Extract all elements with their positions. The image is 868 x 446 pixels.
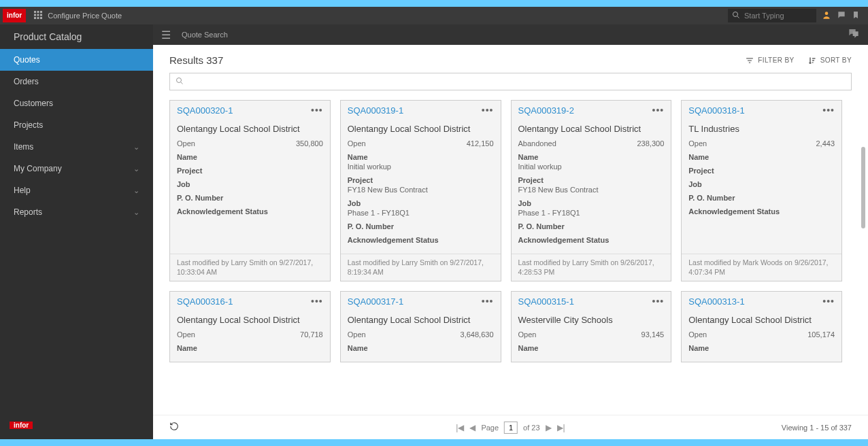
- quote-card: SQA000317-1•••Olentangy Local School Dis…: [340, 291, 501, 362]
- quote-amount: 238,300: [637, 139, 664, 148]
- label-name: Name: [348, 344, 494, 352]
- label-ack: Acknowledgement Status: [518, 236, 665, 244]
- quote-status: Open: [177, 330, 195, 339]
- sidebar-item-customers[interactable]: Customers: [0, 92, 153, 114]
- card-menu-icon[interactable]: •••: [822, 296, 835, 307]
- hamburger-icon[interactable]: ☰: [161, 29, 171, 41]
- global-search[interactable]: Start Typing: [728, 9, 816, 22]
- svg-line-10: [737, 16, 739, 18]
- scrollbar[interactable]: [861, 147, 865, 228]
- quote-id-link[interactable]: SQA000319-2: [518, 105, 574, 116]
- quote-card: SQA000316-1•••Olentangy Local School Dis…: [169, 291, 331, 362]
- svg-line-13: [181, 82, 183, 84]
- value-job: Phase 1 - FY18Q1: [348, 209, 494, 217]
- filter-by-button[interactable]: FILTER BY: [746, 56, 794, 65]
- card-menu-icon[interactable]: •••: [822, 105, 835, 116]
- card-menu-icon[interactable]: •••: [652, 105, 665, 116]
- global-search-placeholder: Start Typing: [744, 12, 784, 20]
- label-po: P. O. Number: [688, 194, 835, 202]
- bookmark-icon[interactable]: [852, 10, 860, 22]
- quote-card: SQA000313-1•••Olentangy Local School Dis…: [681, 291, 842, 362]
- quote-id-link[interactable]: SQA000317-1: [348, 296, 403, 307]
- svg-rect-6: [34, 17, 36, 19]
- card-menu-icon[interactable]: •••: [311, 296, 323, 307]
- sidebar-item-label: Quotes: [14, 55, 40, 65]
- last-modified: Last modified by Mark Woods on 9/26/2017…: [682, 254, 841, 281]
- customer-name: Olentangy Local School District: [348, 315, 494, 325]
- sidebar-item-label: Orders: [14, 77, 39, 86]
- label-ack: Acknowledgement Status: [177, 207, 323, 216]
- next-page-icon[interactable]: ▶: [546, 423, 552, 432]
- quote-status: Open: [348, 330, 366, 339]
- sidebar-item-orders[interactable]: Orders: [0, 71, 153, 92]
- sort-by-button[interactable]: SORT BY: [808, 56, 852, 65]
- results-label: Results 337: [169, 54, 223, 66]
- sidebar-item-my-company[interactable]: My Company⌄: [0, 158, 153, 179]
- chevron-down-icon: ⌄: [133, 165, 139, 173]
- svg-rect-1: [37, 11, 39, 13]
- sidebar-item-quotes[interactable]: Quotes: [0, 49, 153, 71]
- search-input[interactable]: [169, 73, 852, 90]
- quote-id-link[interactable]: SQA000315-1: [518, 296, 574, 307]
- svg-rect-7: [37, 17, 39, 19]
- svg-rect-4: [37, 14, 39, 16]
- quote-id-link[interactable]: SQA000313-1: [688, 296, 744, 307]
- quote-id-link[interactable]: SQA000320-1: [177, 105, 233, 116]
- label-name: Name: [177, 153, 323, 161]
- label-name: Name: [518, 344, 665, 352]
- card-menu-icon[interactable]: •••: [482, 296, 494, 307]
- quote-id-link[interactable]: SQA000318-1: [688, 105, 744, 116]
- label-name: Name: [177, 344, 323, 352]
- quote-amount: 105,174: [807, 330, 835, 339]
- page-input[interactable]: [504, 422, 518, 434]
- sidebar-item-label: Help: [14, 186, 31, 195]
- quote-card: SQA000319-1•••Olentangy Local School Dis…: [340, 100, 501, 281]
- sidebar-item-items[interactable]: Items⌄: [0, 136, 153, 158]
- quote-id-link[interactable]: SQA000316-1: [177, 296, 233, 307]
- viewing-label: Viewing 1 - 15 of 337: [782, 424, 852, 432]
- chat-icon[interactable]: [837, 10, 846, 22]
- sidebar-item-help[interactable]: Help⌄: [0, 179, 153, 201]
- refresh-icon[interactable]: [169, 422, 179, 433]
- user-icon[interactable]: [822, 10, 831, 22]
- sidebar-item-reports[interactable]: Reports⌄: [0, 201, 153, 223]
- sidebar-item-label: Items: [14, 142, 33, 152]
- quote-status: Abandoned: [518, 139, 556, 148]
- results-header: Results 337 FILTER BY SORT BY: [169, 54, 852, 66]
- card-menu-icon[interactable]: •••: [311, 105, 323, 116]
- svg-rect-5: [40, 14, 42, 16]
- label-project: Project: [518, 176, 665, 184]
- prev-page-icon[interactable]: ◀: [469, 423, 475, 432]
- quote-amount: 2,443: [816, 139, 835, 148]
- sidebar: Product Catalog QuotesOrdersCustomersPro…: [0, 24, 153, 439]
- customer-name: TL Industries: [688, 124, 835, 134]
- customer-name: Olentangy Local School District: [518, 124, 665, 134]
- label-ack: Acknowledgement Status: [688, 207, 835, 216]
- label-job: Job: [518, 199, 665, 207]
- quote-amount: 93,145: [641, 330, 665, 339]
- sidebar-item-label: Projects: [14, 120, 43, 130]
- chevron-down-icon: ⌄: [133, 208, 139, 217]
- chat-panel-icon[interactable]: [848, 28, 860, 42]
- brand-logo: infor: [3, 9, 26, 22]
- last-modified: Last modified by Larry Smith on 9/27/201…: [341, 254, 501, 281]
- quote-card: SQA000320-1•••Olentangy Local School Dis…: [169, 100, 331, 281]
- last-modified: Last modified by Larry Smith on 9/26/201…: [512, 254, 671, 281]
- chevron-down-icon: ⌄: [133, 186, 139, 195]
- customer-name: Olentangy Local School District: [348, 124, 494, 134]
- label-job: Job: [348, 199, 494, 207]
- last-page-icon[interactable]: ▶|: [557, 423, 565, 432]
- apps-icon[interactable]: [29, 10, 48, 21]
- search-icon: [176, 77, 184, 87]
- card-menu-icon[interactable]: •••: [482, 105, 494, 116]
- card-menu-icon[interactable]: •••: [652, 296, 665, 307]
- first-page-icon[interactable]: |◀: [456, 423, 464, 432]
- label-name: Name: [688, 153, 835, 161]
- quote-id-link[interactable]: SQA000319-1: [348, 105, 403, 116]
- sidebar-item-projects[interactable]: Projects: [0, 114, 153, 136]
- value-project: FY18 New Bus Contract: [518, 186, 665, 194]
- quote-status: Open: [177, 139, 195, 148]
- value-project: FY18 New Bus Contract: [348, 186, 494, 194]
- svg-point-12: [177, 78, 182, 82]
- label-job: Job: [688, 180, 835, 188]
